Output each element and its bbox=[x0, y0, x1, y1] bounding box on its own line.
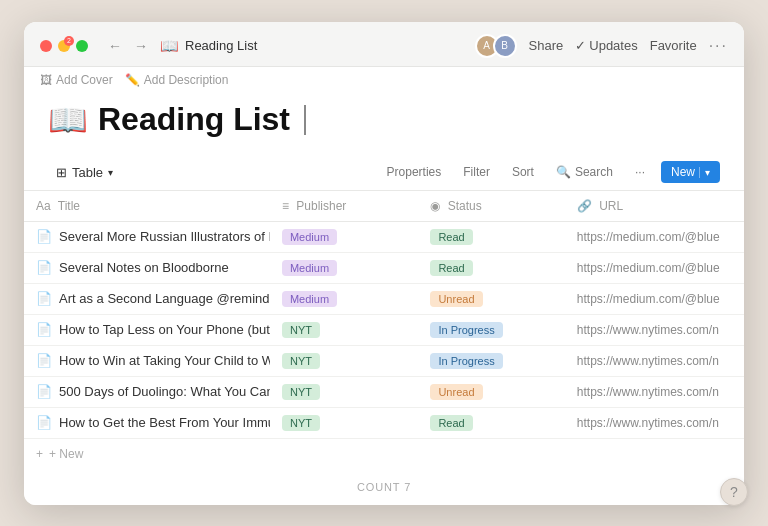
favorite-label: Favorite bbox=[650, 38, 697, 53]
help-button[interactable]: ? bbox=[720, 478, 748, 506]
plus-icon: + bbox=[36, 447, 43, 461]
publisher-badge: NYT bbox=[282, 384, 320, 400]
status-badge: Unread bbox=[430, 384, 482, 400]
window-title: Reading List bbox=[185, 38, 257, 53]
filter-button[interactable]: Filter bbox=[457, 162, 496, 182]
titlebar-actions: A B Share ✓ Updates Favorite ··· bbox=[475, 34, 728, 58]
table-row[interactable]: 📄How to Get the Best From Your ImmuNYTRe… bbox=[24, 407, 744, 438]
forward-button[interactable]: → bbox=[130, 36, 152, 56]
updates-button[interactable]: ✓ Updates bbox=[575, 38, 637, 53]
status-badge: Read bbox=[430, 260, 472, 276]
row-title: Several Notes on Bloodborne bbox=[59, 260, 229, 275]
count-label: COUNT bbox=[357, 481, 400, 493]
url-text: https://www.nytimes.com/n bbox=[577, 354, 719, 368]
search-button[interactable]: 🔍 Search bbox=[550, 162, 619, 182]
publisher-badge: Medium bbox=[282, 260, 337, 276]
more-options-button[interactable]: ··· bbox=[629, 162, 651, 182]
search-label: Search bbox=[575, 165, 613, 179]
page-header: 📖 Reading List bbox=[24, 93, 744, 155]
doc-icon: 📄 bbox=[36, 353, 52, 368]
table-toolbar-right: Properties Filter Sort 🔍 Search ··· New … bbox=[381, 161, 720, 183]
col-header-title: Aa Title bbox=[24, 191, 270, 222]
filter-label: Filter bbox=[463, 165, 490, 179]
text-icon: ✏️ bbox=[125, 73, 140, 87]
table-container: Aa Title ≡ Publisher ◉ Status 🔗 URL bbox=[24, 191, 744, 505]
status-badge: Unread bbox=[430, 291, 482, 307]
chevron-down-icon: ▾ bbox=[108, 167, 113, 178]
count-row: COUNT 7 bbox=[24, 469, 744, 505]
maximize-button[interactable] bbox=[76, 40, 88, 52]
aa-icon: Aa bbox=[36, 199, 51, 213]
add-cover-label: Add Cover bbox=[56, 73, 113, 87]
data-table: Aa Title ≡ Publisher ◉ Status 🔗 URL bbox=[24, 191, 744, 439]
back-button[interactable]: ← bbox=[104, 36, 126, 56]
more-button[interactable]: ··· bbox=[709, 37, 728, 55]
new-button[interactable]: New ▾ bbox=[661, 161, 720, 183]
url-text: https://medium.com/@blue bbox=[577, 230, 720, 244]
sort-label: Sort bbox=[512, 165, 534, 179]
list-icon: ≡ bbox=[282, 199, 289, 213]
table-body: 📄Several More Russian Illustrators of IM… bbox=[24, 221, 744, 438]
new-dropdown-arrow[interactable]: ▾ bbox=[699, 167, 710, 178]
url-text: https://medium.com/@blue bbox=[577, 261, 720, 275]
doc-icon: 📄 bbox=[36, 229, 52, 244]
share-button[interactable]: Share bbox=[529, 38, 564, 53]
minimize-button[interactable] bbox=[58, 40, 70, 52]
publisher-badge: NYT bbox=[282, 353, 320, 369]
doc-icon: 📄 bbox=[36, 415, 52, 430]
main-window: ← → 📖 Reading List A B Share ✓ Updates F… bbox=[24, 22, 744, 505]
add-row-button[interactable]: + + New bbox=[24, 439, 744, 469]
add-description-button[interactable]: ✏️ Add Description bbox=[125, 73, 229, 87]
status-badge: Read bbox=[430, 415, 472, 431]
table-row[interactable]: 📄Art as a Second Language @remind tMediu… bbox=[24, 283, 744, 314]
table-row[interactable]: 📄Several Notes on BloodborneMediumReadht… bbox=[24, 252, 744, 283]
table-icon: ⊞ bbox=[56, 165, 67, 180]
doc-icon: 📄 bbox=[36, 322, 52, 337]
doc-icon: 📄 bbox=[36, 260, 52, 275]
row-title: How to Tap Less on Your Phone (but bbox=[59, 322, 270, 337]
add-cover-button[interactable]: 🖼 Add Cover bbox=[40, 73, 113, 87]
avatar-group: A B bbox=[475, 34, 517, 58]
page-title: 📖 Reading List bbox=[48, 101, 720, 139]
table-row[interactable]: 📄How to Tap Less on Your Phone (butNYTIn… bbox=[24, 314, 744, 345]
close-button[interactable] bbox=[40, 40, 52, 52]
table-view-button[interactable]: ⊞ Table ▾ bbox=[48, 161, 121, 184]
row-title: 500 Days of Duolingo: What You Can bbox=[59, 384, 270, 399]
sort-button[interactable]: Sort bbox=[506, 162, 540, 182]
url-text: https://www.nytimes.com/n bbox=[577, 416, 719, 430]
status-badge: In Progress bbox=[430, 353, 502, 369]
table-toolbar: ⊞ Table ▾ Properties Filter Sort 🔍 Searc… bbox=[24, 155, 744, 191]
publisher-badge: Medium bbox=[282, 229, 337, 245]
add-row-label: + New bbox=[49, 447, 83, 461]
status-badge: Read bbox=[430, 229, 472, 245]
status-icon: ◉ bbox=[430, 199, 440, 213]
col-header-url: 🔗 URL bbox=[565, 191, 744, 222]
doc-icon: 📄 bbox=[36, 384, 52, 399]
share-label: Share bbox=[529, 38, 564, 53]
table-row[interactable]: 📄How to Win at Taking Your Child to WNYT… bbox=[24, 345, 744, 376]
titlebar: ← → 📖 Reading List A B Share ✓ Updates F… bbox=[24, 22, 744, 67]
publisher-badge: Medium bbox=[282, 291, 337, 307]
col-url-label: URL bbox=[599, 199, 623, 213]
check-icon: ✓ bbox=[575, 38, 586, 53]
page-title-text: Reading List bbox=[98, 101, 290, 138]
url-text: https://www.nytimes.com/n bbox=[577, 385, 719, 399]
add-description-label: Add Description bbox=[144, 73, 229, 87]
status-badge: In Progress bbox=[430, 322, 502, 338]
traffic-lights bbox=[40, 40, 88, 52]
title-area: 📖 Reading List bbox=[160, 37, 467, 55]
new-label: New bbox=[671, 165, 695, 179]
row-title: How to Win at Taking Your Child to W bbox=[59, 353, 270, 368]
col-header-publisher: ≡ Publisher bbox=[270, 191, 418, 222]
doc-icon: 📄 bbox=[36, 291, 52, 306]
table-row[interactable]: 📄Several More Russian Illustrators of IM… bbox=[24, 221, 744, 252]
col-title-label: Title bbox=[58, 199, 80, 213]
col-publisher-label: Publisher bbox=[296, 199, 346, 213]
properties-button[interactable]: Properties bbox=[381, 162, 448, 182]
favorite-button[interactable]: Favorite bbox=[650, 38, 697, 53]
table-row[interactable]: 📄500 Days of Duolingo: What You CanNYTUn… bbox=[24, 376, 744, 407]
properties-label: Properties bbox=[387, 165, 442, 179]
updates-label: Updates bbox=[589, 38, 637, 53]
url-text: https://medium.com/@blue bbox=[577, 292, 720, 306]
count-value: 7 bbox=[404, 481, 411, 493]
